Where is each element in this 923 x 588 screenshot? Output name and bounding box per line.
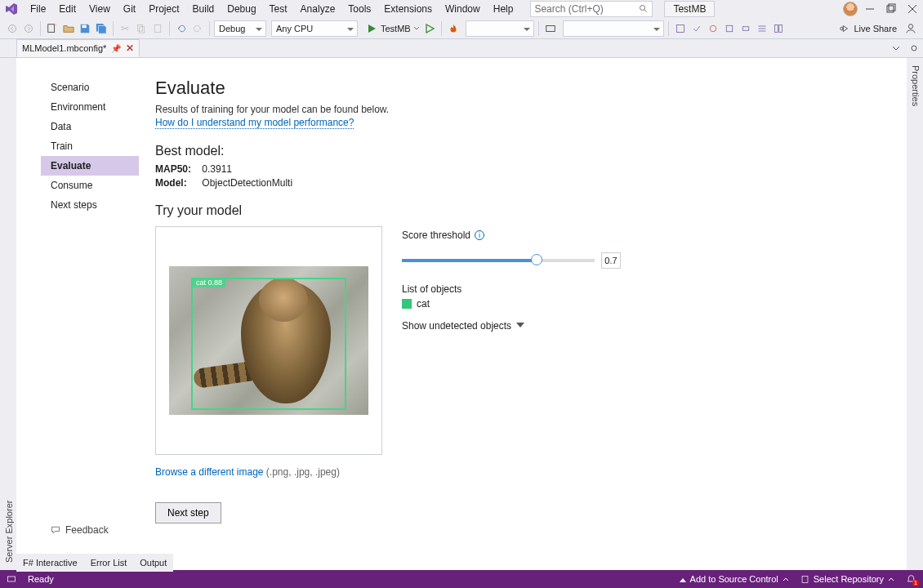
svg-rect-10: [82, 24, 87, 28]
bottom-tabs: F# InteractiveError ListOutput: [16, 554, 173, 572]
hot-reload-icon[interactable]: [446, 21, 461, 36]
rail-tab[interactable]: SQL Server Object Explorer: [0, 58, 2, 570]
doc-tab[interactable]: MLModel1.mbconfig* 📌 ✕: [16, 39, 140, 57]
step-evaluate[interactable]: Evaluate: [41, 156, 139, 176]
minimize-icon[interactable]: [864, 3, 876, 15]
step-train[interactable]: Train: [41, 136, 139, 156]
menu-test[interactable]: Test: [264, 2, 293, 16]
preview-image: cat 0.88: [169, 266, 368, 415]
start-debug-icon[interactable]: [364, 21, 379, 36]
bottom-tab[interactable]: Output: [136, 556, 170, 569]
tab-close-icon[interactable]: ✕: [126, 42, 134, 54]
paste-icon[interactable]: [150, 21, 165, 36]
menu-analyze[interactable]: Analyze: [295, 2, 341, 16]
object-item[interactable]: cat: [402, 298, 621, 310]
tb-misc-7-icon[interactable]: [771, 21, 786, 36]
thread-select[interactable]: [563, 20, 664, 37]
svg-rect-20: [778, 24, 782, 32]
save-all-icon[interactable]: [94, 21, 109, 36]
start-nodebug-icon[interactable]: [422, 21, 437, 36]
next-step-button[interactable]: Next step: [155, 502, 221, 523]
search-input[interactable]: Search (Ctrl+Q): [530, 1, 653, 17]
menu-tools[interactable]: Tools: [342, 2, 377, 16]
platform-select[interactable]: Any CPU: [271, 20, 358, 37]
new-item-icon[interactable]: [45, 21, 60, 36]
browse-image-link[interactable]: Browse a different image: [155, 466, 264, 478]
workarea: Server ExplorerSQL Server Object Explore…: [0, 57, 923, 570]
menu-build[interactable]: Build: [187, 2, 221, 16]
copy-icon[interactable]: [134, 21, 149, 36]
start-dropdown-icon[interactable]: [412, 21, 421, 36]
tb-misc-2-icon[interactable]: [689, 21, 704, 36]
save-icon[interactable]: [78, 21, 92, 36]
tb-misc-4-icon[interactable]: [722, 21, 737, 36]
tb-misc-5-icon[interactable]: [738, 21, 753, 36]
bottom-tab[interactable]: Error List: [87, 556, 131, 569]
svg-point-8: [25, 24, 33, 32]
threshold-label: Score threshold: [402, 229, 470, 241]
live-share-button[interactable]: Live Share: [834, 23, 902, 34]
pin-icon[interactable]: 📌: [111, 44, 121, 53]
process-select[interactable]: [466, 20, 534, 37]
tb-misc-1-icon[interactable]: [673, 21, 688, 36]
nav-back-icon[interactable]: [5, 21, 20, 36]
repo-icon: [800, 575, 809, 584]
threshold-value[interactable]: 0.7: [601, 252, 621, 269]
menu-extensions[interactable]: Extensions: [378, 2, 438, 16]
redo-icon[interactable]: [190, 21, 205, 36]
bottom-tab[interactable]: F# Interactive: [20, 556, 81, 569]
select-repo[interactable]: Select Repository: [800, 574, 894, 584]
menu-project[interactable]: Project: [143, 2, 185, 16]
config-select[interactable]: Debug: [214, 20, 266, 37]
svg-rect-14: [546, 25, 555, 31]
tab-overflow-icon[interactable]: [889, 41, 903, 56]
menu-file[interactable]: File: [25, 2, 51, 16]
maximize-icon[interactable]: [885, 3, 897, 15]
try-heading: Try your model: [155, 203, 621, 218]
step-data[interactable]: Data: [41, 117, 139, 136]
info-icon[interactable]: i: [475, 230, 484, 240]
nav-fwd-icon[interactable]: [21, 21, 36, 36]
page-title: Evaluate: [155, 78, 621, 99]
svg-point-16: [710, 25, 716, 32]
preview-image-box[interactable]: cat 0.88: [155, 226, 382, 455]
solution-name[interactable]: TestMB: [664, 1, 715, 17]
statusbar: Ready Add to Source Control Select Repos…: [0, 570, 923, 588]
slider-thumb[interactable]: [531, 254, 542, 265]
tb-misc-3-icon[interactable]: [706, 21, 720, 36]
show-undetected-toggle[interactable]: Show undetected objects: [402, 319, 621, 332]
user-avatar[interactable]: [843, 2, 858, 16]
map50-value: 0.3911: [202, 163, 232, 175]
feedback-link[interactable]: Feedback: [51, 524, 109, 536]
step-next-steps[interactable]: Next steps: [41, 195, 139, 215]
add-source-control[interactable]: Add to Source Control: [680, 574, 789, 584]
map50-label: MAP50:: [155, 163, 199, 175]
rail-tab[interactable]: Server Explorer: [2, 58, 16, 570]
menu-edit[interactable]: Edit: [53, 2, 82, 16]
menu-view[interactable]: View: [83, 2, 116, 16]
svg-rect-12: [140, 26, 145, 33]
undo-icon[interactable]: [174, 21, 189, 36]
step-environment[interactable]: Environment: [41, 97, 139, 117]
threshold-slider[interactable]: [402, 259, 595, 262]
close-icon[interactable]: [907, 3, 918, 15]
help-link[interactable]: How do I understand my model performance…: [155, 117, 354, 129]
menu-git[interactable]: Git: [118, 2, 141, 16]
model-label: Model:: [155, 177, 199, 189]
step-consume[interactable]: Consume: [41, 176, 139, 195]
rail-tab[interactable]: Properties: [908, 58, 923, 570]
menu-window[interactable]: Window: [439, 2, 486, 16]
cut-icon[interactable]: ✂: [118, 21, 132, 36]
start-target[interactable]: TestMB: [381, 24, 411, 33]
open-icon[interactable]: [61, 21, 76, 36]
step-scenario[interactable]: Scenario: [41, 78, 139, 97]
menu-help[interactable]: Help: [488, 2, 519, 16]
caret-up-icon: [888, 576, 894, 582]
notifications-icon[interactable]: 1: [906, 574, 916, 585]
tab-settings-icon[interactable]: [907, 41, 921, 56]
menu-debug[interactable]: Debug: [221, 2, 261, 16]
account-icon[interactable]: [903, 21, 918, 36]
attach-icon[interactable]: [543, 21, 558, 36]
tb-misc-6-icon[interactable]: [755, 21, 769, 36]
svg-rect-25: [802, 576, 808, 582]
